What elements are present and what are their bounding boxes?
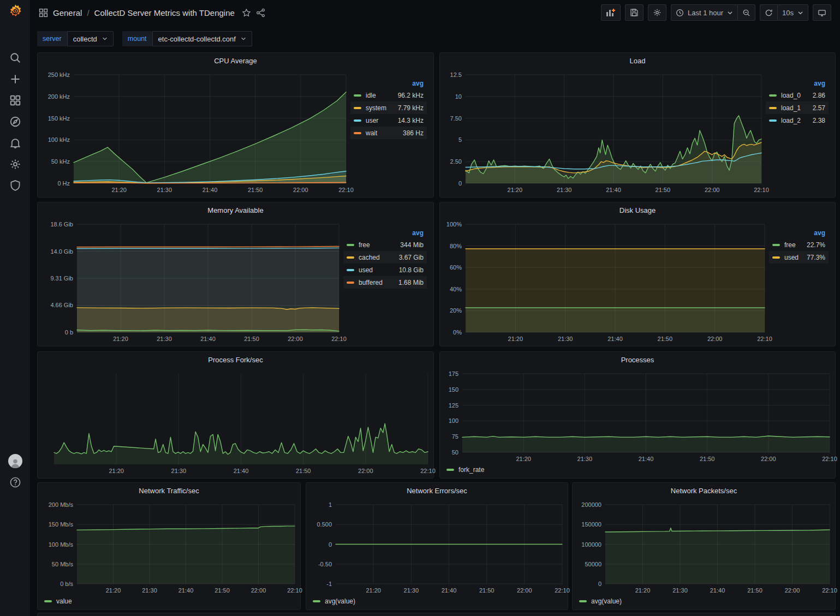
- y-tick-label: 0: [598, 581, 601, 587]
- legend-series-name: free: [784, 241, 796, 249]
- left-sidebar: [0, 0, 30, 616]
- panel-title[interactable]: CPU Average: [38, 53, 433, 68]
- panel-title[interactable]: Disk Usage: [440, 202, 835, 218]
- plot-canvas[interactable]: [462, 374, 830, 452]
- dashboard-squares-icon: [39, 8, 48, 17]
- legend-series-name: load_1: [781, 104, 801, 112]
- server-admin-shield-icon[interactable]: [0, 178, 30, 193]
- plot-canvas[interactable]: [466, 75, 761, 183]
- plot-canvas[interactable]: [77, 224, 339, 332]
- y-tick-label: 100 Mb/s: [49, 541, 73, 548]
- variable-value-dropdown[interactable]: etc-collectd-collectd.conf: [152, 31, 252, 46]
- x-axis: 21:2021:3021:4021:5022:0022:10: [77, 332, 339, 344]
- legend-series-value: 2.38: [805, 117, 825, 124]
- legend-item-load_2[interactable]: load_22.38: [766, 114, 829, 127]
- panel-title[interactable]: Process Fork/sec: [38, 352, 433, 367]
- plot-canvas[interactable]: [54, 374, 428, 464]
- series-color-swatch: [313, 600, 320, 602]
- legend-avg-header: avg: [343, 228, 427, 238]
- chart-area: 05000010000015000020000021:2021:3021:402…: [573, 498, 835, 609]
- dashboards-icon[interactable]: [0, 93, 30, 107]
- legend-item-cached[interactable]: cached3.67 Gib: [343, 251, 427, 264]
- legend-series-value: 14.3 kHz: [390, 117, 424, 124]
- legend-item-avg(value)[interactable]: avg(value): [313, 597, 355, 605]
- legend: avgfree22.7%used77.3%: [765, 220, 830, 344]
- legend-item-wait[interactable]: wait386 Hz: [350, 127, 427, 139]
- legend-item-used[interactable]: used77.3%: [769, 251, 829, 264]
- series-color-swatch: [347, 244, 354, 246]
- search-icon[interactable]: [0, 51, 30, 65]
- y-axis: 02.5057.501012.5: [444, 75, 466, 183]
- plot-canvas[interactable]: [466, 224, 765, 332]
- series-color-swatch: [769, 107, 777, 109]
- y-tick-label: 150 Mb/s: [49, 521, 73, 528]
- plot-region: 0 Hz50 kHz100 kHz150 kHz200 kHz250 kHz: [42, 75, 346, 183]
- y-axis: 0%20%40%60%80%100%: [444, 224, 466, 332]
- legend-item-value[interactable]: value: [44, 597, 72, 605]
- cycle-view-mode-button[interactable]: [813, 4, 831, 21]
- legend: avgidle96.2 kHzsystem7.79 kHzuser14.3 kH…: [346, 70, 428, 195]
- legend-series-value: 3.67 Gib: [391, 254, 424, 261]
- y-tick-label: 0.500: [317, 521, 332, 528]
- panel-title[interactable]: Network Traffic/sec: [38, 483, 300, 498]
- refresh-interval-button[interactable]: 10s: [777, 4, 808, 21]
- legend-item-idle[interactable]: idle96.2 kHz: [350, 89, 427, 101]
- configuration-gear-icon[interactable]: [0, 157, 30, 171]
- help-question-icon[interactable]: [0, 475, 30, 489]
- plot-canvas[interactable]: [77, 505, 295, 584]
- y-tick-label: 40%: [450, 286, 462, 292]
- x-tick-label: 22:00: [293, 187, 308, 193]
- panel-title[interactable]: Network Errors/sec: [306, 483, 568, 498]
- panel-title[interactable]: Network Packets/sec: [573, 483, 835, 498]
- refresh-icon: [765, 9, 773, 17]
- user-avatar[interactable]: [0, 454, 30, 468]
- panel-title[interactable]: Processes: [440, 352, 835, 367]
- x-tick-label: 22:10: [338, 187, 354, 193]
- refresh-button[interactable]: [760, 4, 777, 21]
- legend-item-buffered[interactable]: buffered1.68 Mib: [343, 276, 427, 289]
- legend-item-load_1[interactable]: load_12.57: [766, 101, 829, 114]
- variable-value-dropdown[interactable]: collectd: [67, 31, 114, 46]
- panel-load: Load 02.5057.501012.521:2021:3021:4021:5…: [439, 52, 836, 198]
- legend-item-user[interactable]: user14.3 kHz: [350, 114, 427, 127]
- panel-cpu-average: CPU Average 0 Hz50 kHz100 kHz150 kHz200 …: [37, 52, 434, 198]
- save-dashboard-button[interactable]: [625, 4, 644, 21]
- star-icon[interactable]: [242, 8, 251, 17]
- alerting-bell-icon[interactable]: [0, 136, 30, 150]
- y-tick-label: 200 kHz: [48, 93, 70, 100]
- zoom-out-button[interactable]: [737, 4, 755, 21]
- panel-title[interactable]: Memory Available: [38, 202, 433, 218]
- legend-item-free[interactable]: free344 Mib: [343, 238, 427, 251]
- x-tick-label: 21:30: [171, 468, 187, 474]
- y-tick-label: 10: [455, 93, 462, 100]
- legend-series-name: load_2: [781, 117, 801, 124]
- legend-series-name: load_0: [781, 92, 801, 99]
- dashboard-settings-button[interactable]: [648, 4, 666, 21]
- grafana-logo[interactable]: [0, 4, 30, 18]
- y-tick-label: 100000: [581, 541, 601, 548]
- share-icon[interactable]: [256, 8, 265, 17]
- explore-compass-icon[interactable]: [0, 115, 30, 129]
- legend-item-avg(value)[interactable]: avg(value): [579, 597, 622, 605]
- chevron-down-icon: [797, 10, 803, 16]
- legend-item-free[interactable]: free22.7%: [769, 238, 829, 251]
- create-plus-icon[interactable]: [0, 72, 30, 86]
- legend-item-used[interactable]: used10.8 Gib: [343, 264, 427, 276]
- legend-series-name: value: [56, 597, 72, 605]
- panel-title[interactable]: Load: [440, 53, 835, 68]
- add-panel-button[interactable]: [601, 4, 621, 21]
- legend-item-fork_rate[interactable]: fork_rate: [446, 466, 484, 474]
- plot-canvas[interactable]: [605, 505, 830, 584]
- x-tick-label: 21:20: [113, 336, 128, 342]
- x-tick-label: 21:50: [248, 187, 263, 193]
- legend-item-load_0[interactable]: load_02.86: [766, 89, 829, 101]
- legend-series-name: cached: [359, 254, 380, 261]
- breadcrumb-section[interactable]: General: [53, 8, 82, 17]
- legend-item-system[interactable]: system7.79 kHz: [350, 101, 427, 114]
- legend-series-value: 2.86: [805, 92, 825, 99]
- time-range-button[interactable]: Last 1 hour: [671, 4, 737, 21]
- plot-canvas[interactable]: [74, 75, 346, 183]
- series-color-swatch: [347, 256, 354, 259]
- plot-canvas[interactable]: [336, 505, 562, 584]
- x-tick-label: 22:10: [331, 336, 347, 342]
